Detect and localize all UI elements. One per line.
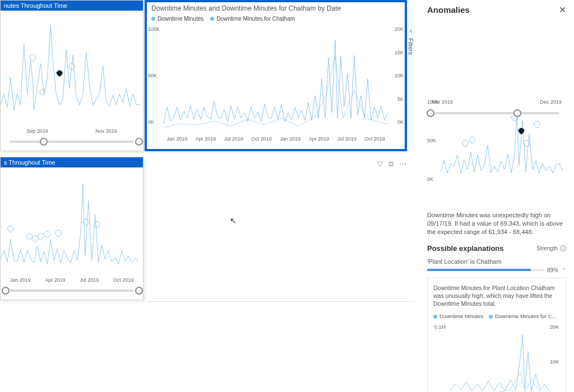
range-slider[interactable] xyxy=(10,290,134,292)
legend: Downtime Minutes Downtime Minutes for Ch… xyxy=(147,15,405,23)
x-tick: Nov 2019 xyxy=(95,128,117,134)
legend-item: Downtime Minutes for Chatham xyxy=(210,16,295,22)
x-tick: Jan 2019 xyxy=(280,136,300,142)
legend: Downtime Minutes Downtime Minutes for C.… xyxy=(433,313,560,320)
focus-icon[interactable]: ⧉ xyxy=(388,160,394,169)
x-tick: Jan 2019 xyxy=(10,277,31,283)
cursor-icon: ↖ xyxy=(230,216,237,225)
x-tick: Jul 2019 xyxy=(337,136,357,142)
plot-area[interactable]: 100K 50K 0K 20K 15K 10K 5K 0K xyxy=(147,23,405,135)
legend-dot-icon xyxy=(151,17,155,21)
chevron-up-icon[interactable]: ⌃ xyxy=(562,267,566,273)
legend-label: Downtime Minutes for C... xyxy=(495,313,556,320)
legend-label: Downtime Minutes for Chatham xyxy=(216,16,295,22)
filters-label: Filters xyxy=(408,38,414,55)
x-tick: Jul 2018 xyxy=(224,136,243,142)
anomalies-title: Anomalies xyxy=(427,5,470,15)
legend-item: Downtime Minutes for C... xyxy=(489,313,556,320)
legend-item: Downtime Minutes xyxy=(151,16,203,22)
x-axis: Sep 2019 Nov 2019 xyxy=(1,127,143,136)
x-tick: Oct 2019 xyxy=(364,136,385,142)
strength-value: 89 xyxy=(547,267,553,273)
explanation-card: Downtime Minutes for Plant Location Chat… xyxy=(427,278,566,392)
tile-minutes-throughout-time-2[interactable]: s Throughout Time xyxy=(0,157,144,300)
x-tick: Jan 2018 xyxy=(166,136,187,142)
x-axis: Jan 2018 Apr 2018 Jul 2018 Oct 2018 Jan … xyxy=(147,135,405,144)
tile-minutes-throughout-time-1[interactable]: nutes Throughout Time Sep 2019 Nov 20 xyxy=(0,0,144,151)
plot-area[interactable] xyxy=(1,11,143,127)
slider-thumb-left[interactable] xyxy=(2,287,10,295)
explanation-strength-row[interactable]: 89% ⌃ xyxy=(427,267,566,273)
x-tick: Oct 2018 xyxy=(251,136,272,142)
slider-thumb-right[interactable] xyxy=(513,109,521,117)
slider-thumb-left[interactable] xyxy=(40,138,48,146)
report-canvas: nutes Throughout Time Sep 2019 Nov 20 xyxy=(0,0,415,392)
explanation-chart[interactable]: 0.1M 0.0M 20K 10K 0K 2018 2019 xyxy=(433,324,560,392)
line-chart xyxy=(147,23,405,135)
legend-item: Downtime Minutes xyxy=(433,313,483,320)
plot-area[interactable] xyxy=(1,167,143,276)
explanations-title: Possible explanations xyxy=(427,244,504,253)
line-chart xyxy=(1,167,143,276)
legend-dot-icon xyxy=(489,315,493,319)
tile-title: Downtime Minutes and Downtime Minutes fo… xyxy=(147,2,405,15)
slider-thumb-right[interactable] xyxy=(135,287,143,295)
filters-pane-collapsed[interactable]: ‹ Filters xyxy=(407,27,415,55)
more-icon[interactable]: ⋯ xyxy=(399,160,406,169)
strength-label: Strength i xyxy=(536,245,566,251)
legend-label: Downtime Minutes xyxy=(158,16,203,22)
range-slider[interactable] xyxy=(10,141,134,143)
legend-dot-icon xyxy=(210,17,214,21)
strength-pct: 89% xyxy=(547,267,558,273)
tile-header: nutes Throughout Time xyxy=(1,1,143,11)
x-axis: Jan 2019 Apr 2019 Jul 2019 Oct 2019 xyxy=(1,276,143,285)
explanation-label: 'Plant Location' is Chatham xyxy=(427,258,566,265)
strength-bar xyxy=(427,269,544,271)
slider-thumb-left[interactable] xyxy=(427,109,434,117)
x-tick: Jul 2019 xyxy=(80,277,99,283)
line-chart xyxy=(1,11,143,127)
slider-thumb-right[interactable] xyxy=(135,138,143,146)
x-tick: Oct 2019 xyxy=(113,277,134,283)
close-icon[interactable]: ✕ xyxy=(559,4,566,15)
x-tick: Apr 2019 xyxy=(309,136,330,142)
visual-hover-toolbar: ▽ ⧉ ⋯ xyxy=(377,160,406,169)
anomalies-panel: Anomalies ✕ 100K 50K 0K Mar 2019 Dec 201… xyxy=(419,0,574,392)
x-tick: Apr 2018 xyxy=(196,136,216,142)
tile-header: s Throughout Time xyxy=(1,157,143,167)
anomaly-overview-chart[interactable]: 100K 50K 0K Mar 2019 Dec 2019 xyxy=(427,99,566,206)
strength-bar-fill xyxy=(427,269,531,271)
filter-icon[interactable]: ▽ xyxy=(377,160,383,169)
tile-downtime-chatham[interactable]: Downtime Minutes and Downtime Minutes fo… xyxy=(145,0,407,151)
canvas-divider xyxy=(148,301,415,302)
x-tick: Apr 2019 xyxy=(45,277,66,283)
range-slider[interactable] xyxy=(434,112,559,114)
line-chart xyxy=(433,324,560,392)
chevron-left-icon[interactable]: ‹ xyxy=(410,27,412,35)
info-icon[interactable]: i xyxy=(560,245,566,251)
strength-text: Strength xyxy=(536,245,558,251)
anomaly-description: Downtime Minutes was unexpectedly high o… xyxy=(427,211,566,236)
x-tick: Sep 2019 xyxy=(26,128,48,134)
explanation-card-text: Downtime Minutes for Plant Location Chat… xyxy=(433,284,560,308)
legend-label: Downtime Minutes xyxy=(439,313,483,320)
legend-dot-icon xyxy=(433,315,437,319)
